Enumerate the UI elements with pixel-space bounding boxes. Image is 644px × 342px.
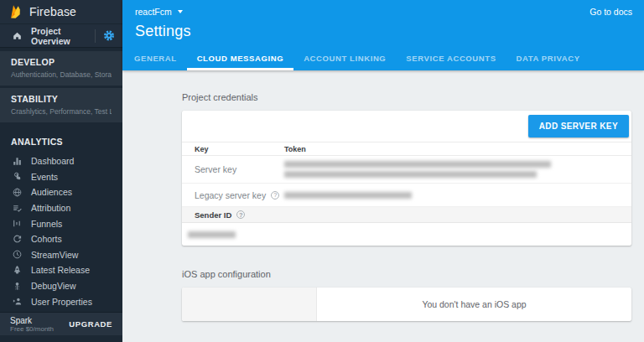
legacy-server-key-token-redacted xyxy=(284,192,412,199)
tab-cloud-messaging[interactable]: CLOUD MESSAGING xyxy=(187,47,293,70)
project-selector[interactable]: reactFcm xyxy=(135,7,183,17)
sidebar-item-streamview[interactable]: StreamView xyxy=(0,247,122,263)
ios-config-section: iOS app configuration You don't have an … xyxy=(182,269,631,321)
table-row-legacy-server-key: Legacy server key ? xyxy=(182,184,631,207)
analytics-list: Dashboard Events Audiences xyxy=(0,153,122,309)
project-overview-label: Project Overview xyxy=(31,26,95,46)
help-icon[interactable]: ? xyxy=(271,191,279,200)
go-to-docs-link[interactable]: Go to docs xyxy=(589,7,632,17)
analytics-title: ANALYTICS xyxy=(0,137,122,147)
sender-id-row: Sender ID ? xyxy=(182,207,631,223)
sidebar-section-develop[interactable]: DEVELOP Authentication, Database, Storag… xyxy=(0,51,122,86)
brand-name: Firebase xyxy=(29,5,76,18)
firebase-brand[interactable]: Firebase xyxy=(0,0,122,23)
plan-name: Spark xyxy=(10,316,54,325)
content-panel: Project credentials ADD SERVER KEY Key T… xyxy=(122,70,644,342)
app-window: Firebase Project Overview DEVELOP Authen… xyxy=(0,0,644,342)
sidebar: Firebase Project Overview DEVELOP Authen… xyxy=(0,0,122,342)
settings-tabs: GENERAL CLOUD MESSAGING ACCOUNT LINKING … xyxy=(122,47,644,70)
ios-card-left-panel xyxy=(182,288,317,321)
sidebar-item-events[interactable]: Events xyxy=(0,169,122,185)
server-key-label: Server key xyxy=(195,164,236,174)
tab-general[interactable]: GENERAL xyxy=(124,47,187,70)
page-title: Settings xyxy=(122,17,644,40)
sidebar-section-analytics: ANALYTICS Dashboard Events xyxy=(0,122,122,312)
token-column-header: Token xyxy=(284,145,631,153)
tab-account-linking[interactable]: ACCOUNT LINKING xyxy=(293,47,396,70)
sidebar-item-project-overview[interactable]: Project Overview xyxy=(0,23,122,48)
legacy-server-key-label: Legacy server key xyxy=(195,190,266,200)
ios-config-heading: iOS app configuration xyxy=(182,269,631,279)
sidebar-item-audiences[interactable]: Audiences xyxy=(0,184,122,200)
upgrade-button[interactable]: UPGRADE xyxy=(69,319,112,329)
globe-icon xyxy=(11,186,23,198)
project-credentials-card: ADD SERVER KEY Key Token Server key xyxy=(182,111,631,246)
touch-app-icon xyxy=(11,171,23,183)
sidebar-item-latest-release[interactable]: Latest Release xyxy=(0,262,122,278)
sender-id-value-row xyxy=(182,223,631,246)
sidebar-item-funnels[interactable]: Funnels xyxy=(0,215,122,231)
add-server-key-button[interactable]: ADD SERVER KEY xyxy=(528,115,629,137)
sidebar-item-cohorts[interactable]: Cohorts xyxy=(0,231,122,247)
plan-price: Free $0/month xyxy=(10,325,54,333)
key-column-header: Key xyxy=(182,145,284,153)
stability-title: STABILITY xyxy=(11,94,112,104)
develop-subtitle: Authentication, Database, Storage, H… xyxy=(11,70,112,79)
plan-banner: Spark Free $0/month UPGRADE xyxy=(0,312,122,335)
home-icon xyxy=(11,30,23,42)
help-icon[interactable]: ? xyxy=(236,210,245,219)
sidebar-footer-strip xyxy=(0,335,122,342)
clock-icon xyxy=(11,249,23,261)
firebase-flame-icon xyxy=(8,3,23,20)
project-name: reactFcm xyxy=(135,7,172,17)
develop-title: DEVELOP xyxy=(11,57,112,67)
credentials-toolbar: ADD SERVER KEY xyxy=(182,111,631,142)
sidebar-item-user-properties[interactable]: User Properties xyxy=(0,293,122,309)
credentials-table-header: Key Token xyxy=(182,142,631,156)
table-row-server-key: Server key xyxy=(182,156,631,184)
dashboard-icon xyxy=(11,155,23,167)
project-credentials-heading: Project credentials xyxy=(182,92,631,102)
funnel-bars-icon xyxy=(11,218,23,230)
server-key-token-redacted xyxy=(284,161,631,178)
chevron-down-icon xyxy=(178,10,183,13)
sender-id-label: Sender ID xyxy=(195,210,231,220)
main-area: reactFcm Go to docs Settings GENERAL CLO… xyxy=(122,0,644,342)
sidebar-item-debugview[interactable]: DebugView xyxy=(0,278,122,294)
people-arrow-icon xyxy=(11,296,23,308)
playlist-check-icon xyxy=(11,202,23,214)
ios-config-card: You don't have an iOS app xyxy=(182,288,631,321)
divider xyxy=(95,29,96,43)
tab-data-privacy[interactable]: DATA PRIVACY xyxy=(506,47,590,70)
ios-empty-message: You don't have an iOS app xyxy=(317,288,631,321)
sidebar-item-attribution[interactable]: Attribution xyxy=(0,200,122,216)
bug-icon xyxy=(11,280,23,292)
sidebar-section-stability[interactable]: STABILITY Crashlytics, Performance, Test… xyxy=(0,88,122,122)
gear-icon[interactable] xyxy=(103,30,115,42)
plan-info: Spark Free $0/month xyxy=(10,316,54,333)
refresh-icon xyxy=(11,233,23,245)
stability-subtitle: Crashlytics, Performance, Test Lab xyxy=(11,107,112,116)
tab-service-accounts[interactable]: SERVICE ACCOUNTS xyxy=(396,47,506,70)
page-header: reactFcm Go to docs Settings GENERAL CLO… xyxy=(122,0,644,70)
rocket-icon xyxy=(11,264,23,276)
sender-id-value-redacted xyxy=(188,231,236,238)
sidebar-item-dashboard[interactable]: Dashboard xyxy=(0,153,122,169)
